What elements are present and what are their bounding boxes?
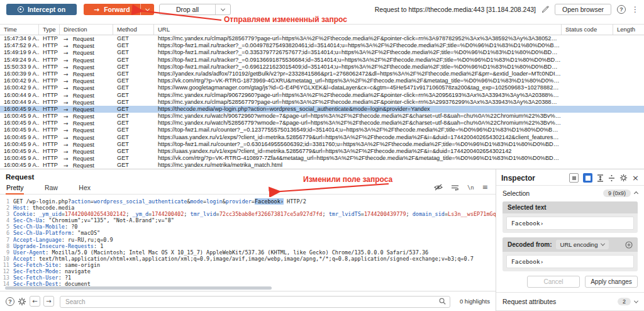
cell-length — [613, 162, 644, 169]
forward-button-group: → Forward — [84, 4, 154, 15]
drop-all-dropdown-button[interactable] — [215, 4, 230, 14]
forward-label: Forward — [104, 6, 130, 13]
inspector-view-active-icon[interactable] — [583, 173, 592, 183]
add-encoding-icon[interactable] — [625, 241, 633, 249]
direction-arrow-icon: → — [64, 35, 69, 42]
table-row[interactable]: 16:00:44 9 A... HTTP →Request GET https:… — [0, 99, 644, 106]
cell-url: https://mc.yandex.ru/watch/52856779?wmod… — [154, 120, 562, 127]
cancel-button[interactable]: Cancel — [527, 276, 580, 288]
proxy-intercept-window: Intercept on → Forward Drop all Отправля… — [0, 0, 644, 311]
table-row[interactable]: 15:47:34 9 A... HTTP →Request GET https:… — [0, 35, 644, 42]
table-row[interactable]: 15:50:33 9 A... HTTP →Request GET https:… — [0, 64, 644, 71]
show-newlines-icon[interactable]: \n — [467, 184, 474, 191]
intercept-toggle-button[interactable]: Intercept on — [6, 4, 77, 15]
open-browser-button[interactable]: Open browser — [555, 4, 611, 15]
cell-direction: →Request — [60, 99, 113, 106]
column-header-method[interactable]: Method — [113, 25, 154, 35]
column-header-length[interactable]: Length — [613, 25, 644, 35]
hide-highlights-icon[interactable] — [434, 184, 443, 191]
expand-all-icon[interactable] — [597, 174, 604, 182]
cell-status-code — [562, 127, 613, 133]
table-row[interactable]: 16:00:45 9 A... HTTP →Request GET https:… — [0, 148, 644, 155]
request-editor[interactable]: 1GET /wp-login.php?action=wordpress_soci… — [0, 198, 496, 286]
selected-token[interactable]: Facebook› — [255, 198, 284, 205]
annotation-forward: Отправляем измененный запрос — [224, 15, 347, 24]
word-wrap-icon[interactable] — [451, 184, 459, 191]
cell-status-code — [562, 99, 613, 106]
cell-status-code — [562, 155, 613, 162]
cell-direction: →Request — [60, 148, 113, 155]
drop-all-button[interactable]: Drop all — [160, 4, 215, 14]
table-row[interactable]: 16:00:42 9 A... HTTP →Request GET https:… — [0, 84, 644, 91]
encoding-dropdown[interactable]: URL encoding — [556, 240, 609, 249]
editor-menu-icon[interactable]: ≡ — [482, 183, 488, 191]
direction-arrow-icon: → — [64, 49, 69, 56]
edit-pencil-icon[interactable] — [541, 6, 549, 13]
column-header-direction[interactable]: Direction — [60, 25, 113, 35]
cell-direction: →Request — [60, 120, 113, 127]
collapse-all-icon[interactable] — [608, 174, 615, 182]
more-menu-icon[interactable]: ⋮ — [631, 5, 639, 14]
table-row[interactable]: 16:00:44 9 A... HTTP →Request GET https:… — [0, 92, 644, 99]
table-row[interactable]: 16:00:45 9 A... HTTP →Request GET https:… — [0, 155, 644, 162]
cell-url: https://mc.yandex.ru/watch/90672960?wmod… — [154, 113, 562, 120]
table-row[interactable]: 16:00:45 9 A... HTTP →Request GET https:… — [0, 113, 644, 120]
cell-time: 16:00:45 9 A... — [0, 120, 39, 127]
search-next-button[interactable]: → — [43, 296, 54, 307]
request-line: 9User-Agent: Mozilla/5.0 (Macintosh; Int… — [0, 249, 496, 256]
table-row[interactable]: 16:00:39 9 A... HTTP →Request GET https:… — [0, 71, 644, 77]
column-header-status[interactable]: Status code — [562, 25, 613, 35]
table-row[interactable]: 16:00:45 9 A... HTTP →Request GET https:… — [0, 127, 644, 133]
table-row[interactable]: 16:00:45 9 A... HTTP →Request GET https:… — [0, 134, 644, 141]
inspector-view-toggle-icon[interactable] — [569, 173, 579, 183]
cell-direction: →Request — [60, 141, 113, 148]
intercept-icon — [18, 6, 24, 13]
cell-type: HTTP — [39, 162, 60, 169]
cell-time: 16:00:44 9 A... — [0, 92, 39, 99]
table-row[interactable]: 15:49:24 9 A... HTTP →Request GET https:… — [0, 57, 644, 64]
cell-status-code — [562, 134, 613, 141]
selected-text-value[interactable]: Facebook› — [506, 217, 634, 230]
close-icon[interactable]: × — [632, 173, 639, 183]
column-header-url[interactable]: URL — [154, 25, 562, 35]
table-row[interactable]: 16:00:45 9 A... HTTP →Request GET https:… — [0, 162, 644, 169]
search-settings-gear-icon[interactable] — [18, 297, 26, 306]
table-row[interactable]: 15:47:52 9 A... HTTP →Request GET https:… — [0, 42, 644, 49]
column-header-type[interactable]: Type — [39, 25, 60, 35]
cell-direction: →Request — [60, 57, 113, 64]
decoded-value[interactable]: Facebook› — [506, 255, 634, 268]
apply-changes-button[interactable]: Apply changes — [585, 276, 638, 288]
column-header-time[interactable]: Time — [0, 25, 39, 35]
request-line: 8Upgrade-Insecure-Requests: 1 — [0, 243, 496, 249]
tab-raw[interactable]: Raw — [44, 182, 58, 193]
cell-time: 16:00:45 9 A... — [0, 162, 39, 169]
table-row[interactable]: 15:49:19 9 A... HTTP →Request GET https:… — [0, 49, 644, 56]
cell-time: 16:00:45 9 A... — [0, 106, 39, 113]
scrollbar-handle[interactable] — [5, 286, 272, 290]
toolbar-right: Request to https://thecode.media:443 [31… — [375, 3, 639, 16]
forward-dropdown-button[interactable] — [140, 4, 154, 15]
tab-pretty[interactable]: Pretty — [6, 182, 24, 195]
inspector-section-header[interactable]: Request attributes 2 — [496, 292, 644, 310]
search-input[interactable] — [60, 296, 450, 308]
help-icon[interactable]: ? — [617, 5, 626, 14]
tab-hex[interactable]: Hex — [78, 182, 91, 193]
cell-direction: →Request — [60, 42, 113, 49]
cell-length — [613, 106, 644, 113]
cell-url: https://yandex.ru/ads/adfox/710192/getBu… — [154, 71, 562, 77]
table-row[interactable]: 16:00:45 9 A... HTTP →Request GET https:… — [0, 106, 644, 113]
cell-status-code — [562, 71, 613, 77]
selection-label: Selection — [502, 189, 599, 197]
table-row[interactable]: 16:00:42 9 A... HTTP →Request GET https:… — [0, 77, 644, 84]
forward-button[interactable]: → Forward — [84, 4, 140, 15]
table-row[interactable]: 16:00:45 9 A... HTTP →Request GET https:… — [0, 141, 644, 148]
table-row[interactable]: 16:00:45 9 A... HTTP →Request GET https:… — [0, 120, 644, 127]
inspector-settings-gear-icon[interactable] — [619, 174, 628, 182]
cell-type: HTTP — [39, 106, 60, 113]
section-label: Request attributes — [502, 298, 614, 305]
search-help-icon[interactable]: ? — [6, 297, 14, 306]
cell-method: GET — [113, 35, 154, 42]
search-prev-button[interactable]: ← — [30, 296, 40, 307]
table-rows: 15:47:34 9 A... HTTP →Request GET https:… — [0, 35, 644, 169]
selection-section-header[interactable]: Selection 9 (0x9) — [496, 186, 644, 200]
